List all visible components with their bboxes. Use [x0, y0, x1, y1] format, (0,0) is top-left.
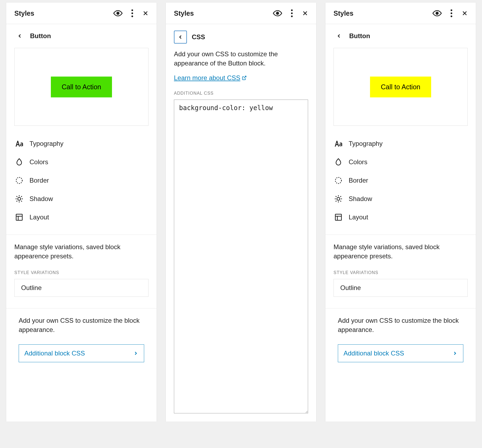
svg-point-24: [451, 12, 452, 14]
style-item-shadow[interactable]: Shadow: [14, 190, 148, 208]
panel-header: Styles: [166, 3, 316, 24]
style-item-label: Border: [349, 177, 368, 184]
sub-header: CSS: [166, 24, 316, 46]
style-item-colors[interactable]: Colors: [14, 153, 148, 171]
back-button[interactable]: [334, 31, 344, 41]
style-item-label: Typography: [349, 140, 382, 147]
svg-point-26: [335, 177, 342, 184]
colors-icon: [334, 157, 343, 167]
svg-line-34: [336, 201, 336, 202]
svg-point-19: [291, 12, 293, 14]
more-menu-icon[interactable]: [290, 9, 293, 18]
svg-rect-36: [335, 214, 342, 220]
panel-header: Styles: [6, 3, 157, 24]
panel-header: Styles: [325, 3, 476, 24]
external-link-icon: [242, 75, 247, 80]
style-list: Typography Colors Border Shadow Layout: [6, 126, 157, 231]
close-icon[interactable]: [461, 9, 469, 17]
style-item-border[interactable]: Border: [334, 171, 468, 190]
css-description: Add your own CSS to customize the appear…: [166, 46, 316, 68]
svg-point-22: [436, 12, 438, 15]
svg-point-1: [131, 9, 133, 11]
panel-title: Styles: [334, 9, 354, 17]
style-item-border[interactable]: Border: [14, 171, 148, 190]
svg-line-30: [336, 196, 336, 197]
css-textarea[interactable]: [174, 100, 308, 413]
style-item-shadow[interactable]: Shadow: [334, 190, 468, 208]
svg-line-12: [16, 201, 17, 202]
style-item-layout[interactable]: Layout: [14, 208, 148, 226]
typography-icon: [334, 139, 343, 149]
style-item-label: Border: [29, 177, 49, 184]
svg-line-9: [21, 201, 22, 202]
svg-line-8: [16, 196, 17, 197]
close-icon[interactable]: [301, 9, 309, 17]
variation-option[interactable]: Outline: [334, 279, 468, 297]
svg-line-21: [244, 76, 246, 78]
style-item-colors[interactable]: Colors: [334, 153, 468, 171]
style-item-label: Layout: [29, 213, 49, 221]
panel-title: Styles: [174, 9, 194, 17]
back-button[interactable]: [174, 31, 187, 44]
styles-panel-right: Styles Button Call to Action Typography: [325, 3, 476, 421]
svg-point-20: [291, 15, 293, 17]
panel-header-actions: [432, 8, 469, 18]
additional-css-nav[interactable]: Additional block CSS: [19, 344, 144, 362]
variations-heading: STYLE VARIATIONS: [325, 263, 476, 279]
svg-rect-14: [16, 214, 22, 220]
preview-button[interactable]: Call to Action: [370, 77, 431, 97]
additional-css-nav[interactable]: Additional block CSS: [338, 344, 463, 362]
svg-point-3: [131, 15, 133, 17]
svg-point-18: [291, 9, 293, 11]
variations-heading: STYLE VARIATIONS: [6, 263, 157, 279]
svg-line-31: [340, 201, 341, 202]
learn-more-link[interactable]: Learn more about CSS: [174, 74, 308, 82]
css-nav-label: Additional block CSS: [24, 350, 85, 357]
chevron-right-icon: [133, 351, 138, 356]
preview-box: Call to Action: [14, 48, 148, 126]
additional-css-heading: ADDITIONAL CSS: [166, 82, 316, 100]
style-item-label: Shadow: [29, 195, 53, 203]
panel-header-actions: [113, 8, 150, 18]
svg-point-27: [337, 197, 340, 200]
svg-point-4: [16, 177, 22, 184]
css-description: Add your own CSS to customize the block …: [325, 308, 476, 336]
styles-panel-center: Styles CSS Add your own CSS to customize…: [166, 3, 316, 421]
stylebook-icon[interactable]: [432, 8, 442, 18]
close-icon[interactable]: [141, 9, 150, 17]
css-description: Add your own CSS to customize the block …: [6, 308, 157, 336]
layout-icon: [14, 212, 24, 222]
variations-description: Manage style variations, saved block app…: [325, 235, 476, 263]
panel-title: Styles: [14, 9, 34, 17]
css-screen-title: CSS: [192, 33, 205, 41]
css-nav-label: Additional block CSS: [344, 350, 404, 357]
more-menu-icon[interactable]: [131, 9, 134, 18]
svg-point-23: [451, 9, 452, 11]
variation-option[interactable]: Outline: [14, 279, 148, 297]
stylebook-icon[interactable]: [113, 8, 123, 18]
preview-button[interactable]: Call to Action: [51, 77, 112, 97]
back-button[interactable]: [14, 31, 25, 41]
svg-point-0: [117, 12, 119, 15]
svg-point-17: [276, 12, 279, 15]
styles-panel-left: Styles Button Call to Action Typography: [6, 3, 157, 421]
style-item-typography[interactable]: Typography: [14, 134, 148, 153]
stylebook-icon[interactable]: [272, 8, 283, 18]
style-item-layout[interactable]: Layout: [334, 208, 468, 226]
shadow-icon: [334, 194, 343, 204]
shadow-icon: [14, 194, 24, 204]
style-item-label: Layout: [349, 213, 368, 221]
svg-line-13: [21, 196, 22, 197]
more-menu-icon[interactable]: [450, 9, 453, 18]
colors-icon: [14, 157, 24, 167]
border-icon: [334, 176, 343, 185]
chevron-right-icon: [452, 351, 458, 356]
sub-header: Button: [325, 24, 476, 44]
style-item-label: Colors: [29, 158, 48, 166]
svg-line-35: [340, 196, 341, 197]
variations-description: Manage style variations, saved block app…: [6, 235, 157, 263]
sub-header: Button: [6, 24, 157, 44]
style-item-label: Colors: [349, 158, 367, 166]
svg-point-5: [18, 197, 21, 200]
style-item-typography[interactable]: Typography: [334, 134, 468, 153]
